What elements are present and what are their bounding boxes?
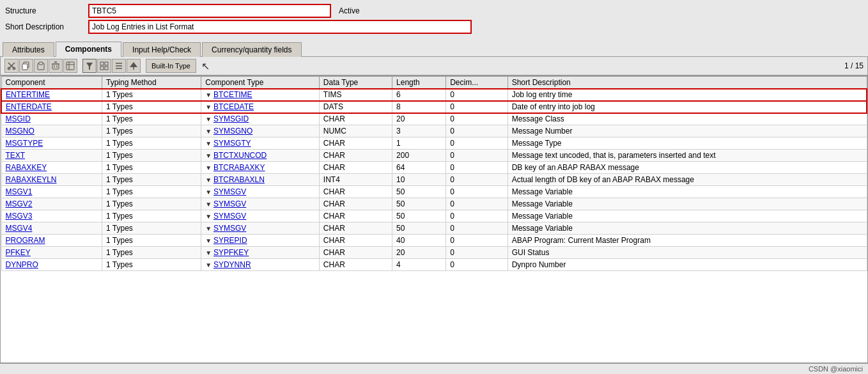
arrow-icon: ▼ [205, 140, 213, 147]
cell-short-desc: Message Variable [508, 210, 867, 222]
cell-short-desc: Message Variable [508, 222, 867, 235]
component-link[interactable]: TEXT [6, 151, 26, 160]
cell-typing-method: 1 Types [102, 222, 201, 235]
component-link[interactable]: MSGV1 [6, 187, 33, 196]
cell-length: 8 [392, 101, 446, 113]
component-link[interactable]: MSGV4 [6, 224, 33, 233]
component-link[interactable]: PROGRAM [6, 236, 45, 245]
component-type-link[interactable]: SYMSGV [213, 199, 246, 208]
built-in-type-btn[interactable]: Built-In Type [146, 59, 196, 73]
component-link[interactable]: ENTERTIME [6, 90, 50, 99]
cell-data-type: CHAR [319, 247, 392, 259]
cell-short-desc: Dynpro Number [508, 259, 867, 271]
arrow-icon: ▼ [205, 201, 213, 208]
paste-btn[interactable] [34, 59, 48, 73]
component-link[interactable]: MSGV2 [6, 199, 33, 208]
select-btn[interactable] [63, 59, 77, 73]
tabs-bar: Attributes Components Input Help/Check C… [0, 41, 868, 56]
cell-decim: 0 [446, 101, 508, 113]
component-link[interactable]: MSGV3 [6, 212, 33, 221]
cell-component: DYNPRO [1, 259, 102, 271]
table-body: ENTERTIME1 Types▼ BTCETIMETIMS60Job log … [1, 89, 867, 271]
component-link[interactable]: PFKEY [6, 248, 31, 257]
component-type-link[interactable]: SYDYNNR [213, 260, 251, 269]
cell-component-type: ▼ BTCETIME [201, 89, 320, 101]
sort-btn[interactable] [127, 59, 141, 73]
cell-component-type: ▼ SYMSGTY [201, 137, 320, 150]
cell-component: PFKEY [1, 247, 102, 259]
component-link[interactable]: RABAXKEYLN [6, 175, 57, 184]
component-link[interactable]: DYNPRO [6, 260, 38, 269]
component-type-link[interactable]: BTCETIME [213, 90, 252, 99]
table-row: MSGV41 Types▼ SYMSGVCHAR500Message Varia… [1, 222, 867, 235]
arrow-icon: ▼ [205, 261, 213, 269]
cell-short-desc: Message Class [508, 113, 867, 125]
svg-rect-20 [105, 66, 108, 70]
component-type-link[interactable]: SYMSGID [213, 114, 249, 123]
cell-length: 3 [392, 125, 446, 137]
cell-component: RABAXKEY [1, 162, 102, 174]
component-link[interactable]: MSGNO [6, 127, 35, 136]
table-row: TEXT1 Types▼ BTCTXUNCODCHAR2000Message t… [1, 150, 867, 162]
tab-components[interactable]: Components [56, 42, 121, 57]
cell-length: 40 [392, 235, 446, 247]
cell-component-type: ▼ BTCEDATE [201, 101, 320, 113]
cell-short-desc: Message text uncoded, that is, parameter… [508, 150, 867, 162]
cell-typing-method: 1 Types [102, 198, 201, 210]
component-type-link[interactable]: SYPFKEY [213, 248, 249, 257]
cell-data-type: CHAR [319, 222, 392, 235]
short-desc-input[interactable] [88, 20, 472, 34]
grid-btn[interactable] [97, 59, 111, 73]
component-type-link[interactable]: BTCEDATE [213, 102, 254, 111]
main-container: Structure Active Short Description Attri… [0, 0, 868, 374]
svg-rect-19 [100, 66, 104, 70]
component-link[interactable]: RABAXKEY [6, 163, 47, 172]
table-row: ENTERTIME1 Types▼ BTCETIMETIMS60Job log … [1, 89, 867, 101]
component-link[interactable]: MSGTYPE [6, 139, 43, 148]
toolbar-mid-group [82, 59, 141, 73]
arrow-icon: ▼ [205, 152, 213, 159]
component-type-link[interactable]: SYMSGV [213, 187, 246, 196]
cell-decim: 0 [446, 235, 508, 247]
component-type-link[interactable]: BTCTXUNCOD [213, 151, 267, 160]
col-component-type: Component Type [201, 77, 320, 89]
cell-decim: 0 [446, 222, 508, 235]
cell-data-type: CHAR [319, 113, 392, 125]
cell-length: 1 [392, 137, 446, 150]
filter-btn[interactable] [82, 59, 97, 73]
component-type-link[interactable]: BTCRABAXLN [213, 175, 265, 184]
active-label: Active [339, 6, 360, 15]
component-type-link[interactable]: SYMSGTY [213, 139, 251, 148]
table-row: ENTERDATE1 Types▼ BTCEDATEDATS80Date of … [1, 101, 867, 113]
cell-short-desc: Message Number [508, 125, 867, 137]
table-row: MSGV11 Types▼ SYMSGVCHAR500Message Varia… [1, 186, 867, 198]
cell-component-type: ▼ SYDYNNR [201, 259, 320, 271]
list-btn[interactable] [112, 59, 126, 73]
cell-data-type: CHAR [319, 137, 392, 150]
tab-input-help[interactable]: Input Help/Check [123, 42, 201, 57]
component-type-link[interactable]: BTCRABAXKY [213, 163, 265, 172]
tab-attributes[interactable]: Attributes [3, 42, 54, 57]
cell-length: 6 [392, 89, 446, 101]
svg-marker-24 [130, 62, 137, 67]
arrow-icon: ▼ [205, 104, 213, 111]
component-type-link[interactable]: SYMSGV [213, 212, 246, 221]
component-link[interactable]: ENTERDATE [6, 102, 52, 111]
cell-short-desc: Actual length of DB key of an ABAP RABAX… [508, 174, 867, 186]
cell-short-desc: Date of entry into job log [508, 101, 867, 113]
copy-btn[interactable] [19, 59, 33, 73]
table-header-row: Component Typing Method Component Type D… [1, 77, 867, 89]
component-link[interactable]: MSGID [6, 114, 31, 123]
tab-currency[interactable]: Currency/quantity fields [202, 42, 301, 57]
component-type-link[interactable]: SYMSGNO [213, 127, 252, 136]
delete-btn[interactable] [49, 59, 63, 73]
structure-input[interactable] [88, 4, 331, 18]
cell-decim: 0 [446, 162, 508, 174]
cell-component-type: ▼ SYMSGNO [201, 125, 320, 137]
cell-component: MSGV1 [1, 186, 102, 198]
cell-data-type: CHAR [319, 259, 392, 271]
component-type-link[interactable]: SYREPID [213, 236, 247, 245]
component-type-link[interactable]: SYMSGV [213, 224, 246, 233]
cut-btn[interactable] [4, 59, 19, 73]
cell-data-type: CHAR [319, 198, 392, 210]
